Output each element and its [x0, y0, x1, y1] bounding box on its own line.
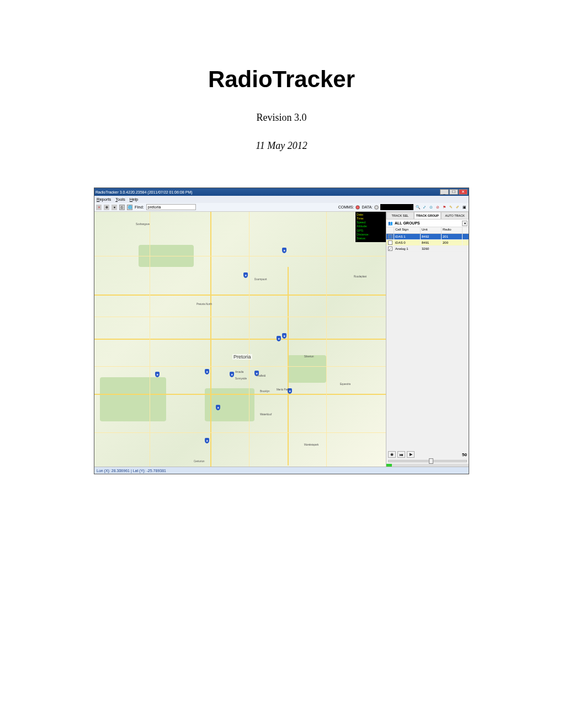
- globe-icon[interactable]: 🌐: [127, 205, 132, 210]
- zoom-in-icon[interactable]: 🔍: [415, 205, 421, 210]
- menu-help[interactable]: Help: [130, 197, 138, 202]
- comms-led-icon: [355, 205, 360, 210]
- titlebar: RadioTracker 3.0.4220.23584 (2011/07/22 …: [94, 188, 469, 196]
- close-button[interactable]: ✕: [459, 189, 468, 195]
- overlay-gps: GPS:: [357, 229, 385, 233]
- tab-track-sel[interactable]: TRACK SEL: [386, 212, 414, 220]
- map-marker-icon[interactable]: ★: [282, 333, 286, 339]
- minimize-button[interactable]: _: [440, 189, 449, 195]
- cell-callsign: iDAS 0: [394, 240, 421, 245]
- map-marker-icon[interactable]: ★: [277, 336, 281, 341]
- doc-revision: Revision 3.0: [0, 112, 563, 124]
- slider-thumb[interactable]: [429, 458, 433, 464]
- statusbar: Lon (X): 28.306961 | Lat (Y): -25.789381: [94, 467, 469, 474]
- overlay-date: Date:: [357, 213, 385, 217]
- comms-label: COMMS:: [338, 205, 354, 209]
- asset-row[interactable]: iDAS 0 8491 200: [386, 240, 469, 246]
- lcd-display: [380, 204, 413, 210]
- speed-slider[interactable]: [388, 460, 467, 462]
- overlay-distance: Distance:: [357, 233, 385, 237]
- map-marker-icon[interactable]: ★: [205, 438, 209, 443]
- menubar: Reports Tools Help: [94, 196, 469, 203]
- cell-radio: 201: [442, 234, 463, 239]
- menu-tools[interactable]: Tools: [115, 197, 125, 202]
- checkbox[interactable]: [388, 234, 392, 239]
- city-label: Pretoria: [232, 354, 252, 360]
- right-panel: TRACK SEL TRACK GROUP AUTO TRACK 👥 ALL G…: [386, 212, 469, 467]
- app-window: RadioTracker 3.0.4220.23584 (2011/07/22 …: [94, 188, 469, 474]
- map-marker-icon[interactable]: ★: [230, 372, 234, 377]
- menu-reports[interactable]: Reports: [97, 197, 111, 202]
- col-radio[interactable]: Radio: [442, 227, 463, 233]
- group-label: ALL GROUPS: [395, 221, 462, 225]
- place-label: Pretoria North: [196, 303, 212, 306]
- checkbox[interactable]: ✓: [388, 247, 392, 251]
- map-marker-icon[interactable]: ★: [155, 372, 160, 377]
- panel-icon[interactable]: ▣: [461, 205, 467, 210]
- status-text: Lon (X): 28.306961 | Lat (Y): -25.789381: [97, 469, 166, 473]
- place-label: Brooklyn: [260, 390, 270, 393]
- map-marker-icon[interactable]: ★: [216, 405, 220, 410]
- close-tool-icon[interactable]: ✕: [96, 205, 102, 210]
- panel-bottom: ◉ ⏭ ▶ 50: [386, 449, 469, 464]
- toolbar: ✕ ✥ ▾ ⎙ 🌐 Find: COMMS: DATA: 🔍 ⤢ ⊙ ⊘ ⚑ ✎…: [94, 203, 469, 212]
- place-label: Roodeplaat: [354, 275, 367, 278]
- flag-icon[interactable]: ⚑: [442, 205, 447, 210]
- group-icon: 👥: [387, 221, 393, 226]
- map-marker-icon[interactable]: ★: [282, 248, 286, 253]
- overlay-status: Status:: [357, 237, 385, 240]
- place-label: Centurion: [194, 460, 205, 463]
- loading-bar: [386, 464, 469, 467]
- target-icon[interactable]: ⊙: [428, 205, 434, 210]
- place-label: Hatfield: [257, 374, 265, 377]
- cancel-icon[interactable]: ⊘: [435, 205, 440, 210]
- asset-header: Call Sign Unit Radio: [386, 227, 469, 234]
- dropdown-icon[interactable]: ▾: [111, 205, 117, 210]
- asset-row[interactable]: ✓ Analog 1 3260: [386, 246, 469, 252]
- col-callsign[interactable]: Call Sign: [394, 227, 421, 233]
- place-label: Doornpoort: [254, 278, 267, 281]
- place-label: Moreletapark: [304, 443, 318, 446]
- cell-unit: 8492: [421, 234, 442, 239]
- map-canvas[interactable]: ★ ★ ★ ★ ★ ★ ★ ★ ★ ★ ★ Pretoria Soshanguv…: [94, 212, 386, 467]
- print-icon[interactable]: ⎙: [119, 205, 125, 210]
- place-label: Sunnyside: [235, 377, 247, 380]
- expand-icon[interactable]: ⤢: [422, 205, 427, 210]
- tab-track-group[interactable]: TRACK GROUP: [414, 212, 442, 220]
- doc-date: 11 May 2012: [0, 140, 563, 152]
- place-label: Equestria: [340, 383, 350, 386]
- asset-row[interactable]: iDAS 1 8492 201: [386, 234, 469, 240]
- group-selector[interactable]: 👥 ALL GROUPS ▾: [386, 220, 469, 227]
- pencil-icon[interactable]: ✎: [448, 205, 454, 210]
- data-label: DATA:: [362, 205, 373, 209]
- place-label: Waterkloof: [260, 413, 272, 416]
- data-led-icon: [374, 205, 379, 210]
- speed-value: 50: [462, 452, 467, 457]
- place-label: Arcadia: [235, 371, 243, 373]
- maximize-button[interactable]: ☐: [449, 189, 458, 195]
- checkbox[interactable]: [388, 240, 392, 245]
- overlay-time: Time:: [357, 217, 385, 221]
- step-button[interactable]: ⏭: [397, 451, 405, 458]
- map-marker-icon[interactable]: ★: [243, 272, 248, 278]
- record-button[interactable]: ◉: [388, 451, 396, 458]
- map-marker-icon[interactable]: ★: [205, 369, 209, 374]
- cell-unit: 8491: [421, 240, 442, 245]
- doc-title: RadioTracker: [0, 66, 563, 93]
- overlay-speed: Speed:: [357, 221, 385, 224]
- nav-tool-icon[interactable]: ✥: [104, 205, 109, 210]
- col-unit[interactable]: Unit: [421, 227, 442, 233]
- info-overlay: Date: Time: Speed: Altitude: GPS: Distan…: [355, 212, 386, 242]
- chevron-down-icon[interactable]: ▾: [462, 221, 468, 226]
- place-label: Silverton: [304, 355, 314, 358]
- play-button[interactable]: ▶: [407, 451, 415, 458]
- cell-callsign: Analog 1: [394, 246, 421, 251]
- titlebar-text: RadioTracker 3.0.4220.23584 (2011/07/22 …: [95, 190, 193, 194]
- cell-callsign: iDAS 1: [394, 234, 421, 239]
- find-input[interactable]: [146, 204, 196, 210]
- tab-auto-track[interactable]: AUTO TRACK: [441, 212, 469, 220]
- cell-unit: 3260: [421, 246, 442, 251]
- edit-icon[interactable]: ✐: [455, 205, 460, 210]
- cell-radio: [442, 246, 463, 251]
- find-label: Find:: [135, 205, 144, 210]
